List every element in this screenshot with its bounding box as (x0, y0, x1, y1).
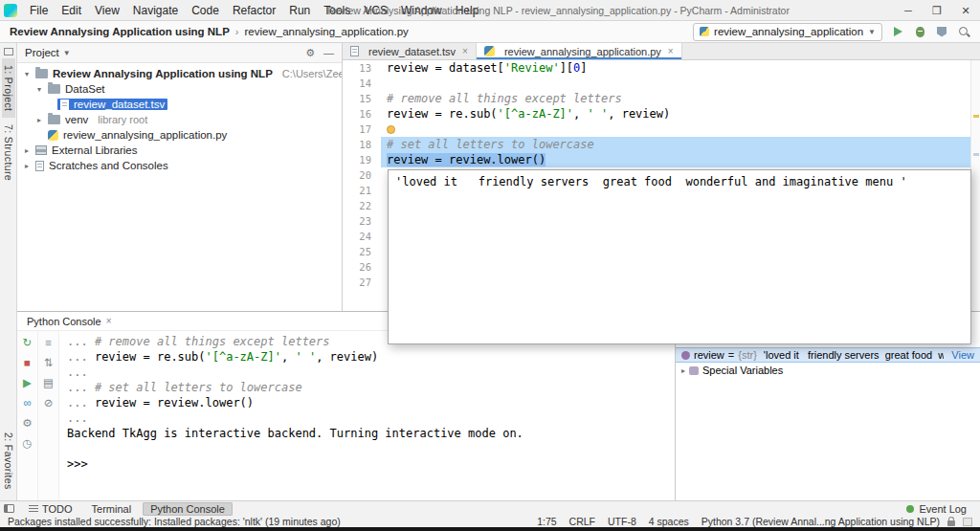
menu-refactor[interactable]: Refactor (226, 4, 282, 17)
hide-panel-icon[interactable]: — (323, 47, 334, 59)
editor-line-19[interactable]: 19review = review.lower() (343, 152, 970, 167)
variable-row-special-variables[interactable]: ▸Special Variables (676, 363, 980, 378)
tool-window-label: Terminal (92, 503, 132, 515)
clear-icon[interactable]: ⊘ (42, 396, 56, 409)
coverage-button[interactable] (933, 23, 950, 40)
console-token: , (281, 350, 295, 364)
rerun-icon[interactable]: ↻ (21, 336, 34, 349)
console-line: ... # set all letters to lowercase (67, 380, 667, 395)
execute-icon[interactable]: ▶ (21, 376, 34, 389)
settings-gear-icon[interactable]: ⚙ (305, 47, 315, 59)
chevron-icon[interactable]: ▸ (21, 162, 33, 170)
event-log-button[interactable]: Event Log (906, 503, 967, 515)
editor-scrollbar[interactable] (970, 60, 980, 311)
print-icon[interactable]: ▤ (42, 376, 56, 389)
line-number: 26 (343, 259, 381, 275)
breadcrumb-item-review-annalysing-application-py[interactable]: review_annalysing_application.py (245, 26, 409, 37)
editor-line-18[interactable]: 18# set all letters to lowercase (343, 137, 970, 152)
close-tab-icon[interactable]: × (668, 46, 674, 56)
toolbar-actions (889, 23, 972, 40)
menu-view[interactable]: View (88, 4, 126, 17)
breadcrumb-item-review-annalysing-application-using-nlp[interactable]: Review Annalysing Application using NLP (10, 26, 230, 37)
file-encoding[interactable]: UTF-8 (608, 516, 636, 527)
tree-item-review-annalysing-application-using-nlp[interactable]: ▾Review Annalysing Application using NLP… (17, 66, 342, 81)
history-icon[interactable]: ◷ (21, 436, 34, 450)
menu-file[interactable]: File (23, 4, 55, 17)
chevron-icon[interactable]: ▸ (21, 146, 33, 155)
event-log-label: Event Log (919, 503, 967, 515)
chevron-icon[interactable]: ▸ (681, 366, 685, 375)
lock-icon[interactable] (947, 520, 955, 526)
chevron-icon[interactable]: ▸ (33, 116, 45, 124)
tab-review-annalysing-application-py[interactable]: review_annalysing_application.py× (477, 43, 682, 59)
editor-line-16[interactable]: 16review = re.sub('[^a-zA-Z]', ' ', revi… (343, 106, 970, 122)
attach-debugger-icon[interactable]: ∞ (21, 396, 34, 409)
chevron-down-icon[interactable]: ▼ (63, 49, 71, 57)
soft-wrap-icon[interactable]: ⇅ (42, 356, 56, 369)
tree-item-venv[interactable]: ▸venvlibrary root (17, 112, 342, 127)
line-number: 17 (343, 122, 381, 137)
maximize-button[interactable]: ❒ (923, 0, 951, 20)
tool-strip-1-project[interactable]: 1: Project (2, 58, 15, 118)
scratches-icon (35, 161, 44, 171)
libraries-icon (35, 145, 47, 155)
tab-review-dataset-tsv[interactable]: review_dataset.tsv× (343, 43, 477, 59)
python-interpreter[interactable]: Python 3.7 (Review Annal...ng Applicatio… (702, 516, 940, 527)
close-tab-icon[interactable]: × (462, 46, 468, 56)
memory-indicator[interactable] (963, 518, 972, 526)
breadcrumb-separator: › (235, 26, 239, 37)
status-message[interactable]: Packages installed successfully: Install… (8, 516, 341, 527)
tool-windows-icon[interactable] (4, 48, 13, 55)
search-everywhere-button[interactable] (955, 23, 972, 40)
project-panel-title[interactable]: Project (25, 47, 59, 58)
console-token: review = re.sub( (95, 350, 206, 364)
variable-row-review[interactable]: review = {str} 'loved it friendly server… (676, 347, 980, 363)
tool-window-button-python-console[interactable]: Python Console (143, 502, 233, 516)
settings-gear-icon[interactable]: ⚙ (21, 416, 34, 430)
menu-code[interactable]: Code (185, 4, 226, 17)
line-number: 22 (343, 198, 381, 213)
chevron-icon[interactable]: ▾ (33, 85, 45, 94)
tool-window-quick-access[interactable] (0, 504, 17, 513)
intention-bulb-icon[interactable] (387, 125, 395, 134)
tree-item-review-annalysing-application-py[interactable]: review_annalysing_application.py (17, 127, 342, 143)
editor-line-15[interactable]: 15# remove all things except letters (343, 91, 970, 106)
tree-item-dataset[interactable]: ▾DataSet (17, 81, 342, 97)
editor-line-17[interactable]: 17 (343, 122, 970, 137)
title-bar: FileEditViewNavigateCodeRefactorRunTools… (0, 0, 980, 21)
menu-edit[interactable]: Edit (55, 4, 88, 17)
menu-navigate[interactable]: Navigate (126, 4, 185, 17)
filter-icon[interactable]: ≡ (42, 336, 56, 349)
tree-item-external-libraries[interactable]: ▸External Libraries (17, 143, 342, 158)
tool-window-button-terminal[interactable]: Terminal (84, 502, 140, 516)
tool-strip-7-structure[interactable]: 7: Structure (2, 118, 15, 188)
debug-button[interactable] (911, 23, 928, 40)
console-output[interactable]: ... # remove all things except letters..… (59, 331, 675, 500)
editor-line-13[interactable]: 13review = dataset['Review'][0] (343, 60, 970, 76)
chevron-icon[interactable]: ▾ (21, 70, 33, 78)
python-file-icon (48, 130, 58, 141)
view-link[interactable]: View (951, 349, 974, 361)
code-token: ] (580, 61, 587, 75)
minimize-button[interactable]: ─ (894, 0, 923, 20)
variable-name: review (694, 349, 724, 361)
warning-stripe-mark[interactable] (973, 115, 979, 118)
tree-item-review-dataset-tsv[interactable]: review_dataset.tsv (17, 97, 342, 112)
indent-style[interactable]: 4 spaces (649, 516, 689, 527)
tool-strip-2-favorites[interactable]: 2: Favorites (2, 426, 15, 497)
console-tab[interactable]: Python Console (27, 316, 101, 327)
run-button[interactable] (889, 23, 906, 40)
close-icon[interactable]: × (106, 316, 112, 326)
line-number: 24 (343, 229, 381, 244)
caret-position[interactable]: 1:75 (537, 516, 556, 527)
line-separator[interactable]: CRLF (569, 516, 595, 527)
menu-run[interactable]: Run (282, 4, 317, 17)
stop-icon[interactable]: ■ (21, 356, 34, 369)
editor-line-14[interactable]: 14 (343, 76, 970, 91)
close-button[interactable]: ✕ (951, 0, 980, 20)
selection-stripe-mark[interactable] (973, 153, 979, 156)
tool-window-button-todo[interactable]: TODO (21, 502, 80, 516)
console-token: ' ' (295, 350, 316, 364)
tree-item-scratches-and-consoles[interactable]: ▸Scratches and Consoles (17, 158, 342, 173)
run-config-select[interactable]: review_annalysing_application ▼ (693, 23, 882, 41)
